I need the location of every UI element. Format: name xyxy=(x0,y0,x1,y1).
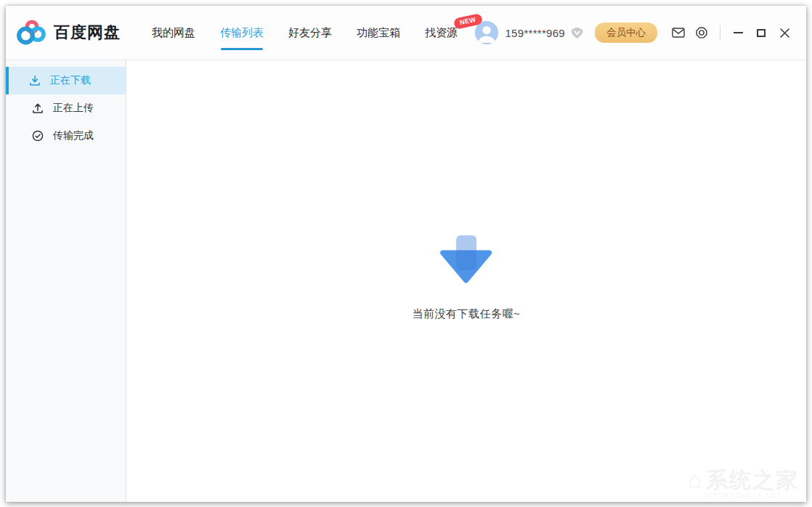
house-logo-icon: ⌂ xyxy=(688,466,703,492)
settings-gear-icon[interactable] xyxy=(695,26,708,39)
empty-download-icon xyxy=(439,233,494,288)
nav-label: 功能宝箱 xyxy=(357,26,400,40)
close-button[interactable] xyxy=(774,23,795,43)
watermark: ⌂系统之家 XITONGZHIJIA.NET xyxy=(688,468,799,499)
close-icon xyxy=(780,28,789,38)
mail-icon[interactable] xyxy=(672,28,685,38)
nav-my-drive[interactable]: 我的网盘 xyxy=(139,6,208,60)
nav-find-resources[interactable]: 找资源 NEW xyxy=(413,6,470,60)
sidebar-item-label: 传输完成 xyxy=(53,129,94,142)
nav-transfer-list[interactable]: 传输列表 xyxy=(208,6,276,60)
app-body: 正在下载 正在上传 xyxy=(6,60,806,502)
nav-label: 好友分享 xyxy=(288,26,332,40)
minimize-icon xyxy=(734,32,743,33)
sidebar-item-label: 正在上传 xyxy=(53,102,94,115)
vip-badge-icon[interactable] xyxy=(570,27,584,39)
maximize-button[interactable] xyxy=(751,23,771,43)
check-circle-icon xyxy=(32,130,44,142)
main-nav: 我的网盘 传输列表 好友分享 功能宝箱 找资源 NEW xyxy=(139,6,470,60)
brand: 百度网盘 xyxy=(6,18,121,47)
nav-label: 传输列表 xyxy=(220,26,264,40)
empty-message: 当前没有下载任务喔~ xyxy=(413,307,521,321)
nav-friend-share[interactable]: 好友分享 xyxy=(276,6,344,60)
minimize-button[interactable] xyxy=(728,23,748,43)
member-center-button[interactable]: 会员中心 xyxy=(595,23,657,43)
watermark-text: 系统之家 xyxy=(706,468,799,492)
nav-label: 找资源 xyxy=(425,26,458,40)
sidebar-item-uploading[interactable]: 正在上传 xyxy=(6,94,126,122)
sidebar: 正在下载 正在上传 xyxy=(6,60,126,502)
maximize-icon xyxy=(757,29,766,37)
account-area: 159*****969 会员中心 xyxy=(475,21,806,44)
watermark-subtext: XITONGZHIJIA.NET xyxy=(688,492,799,499)
app-title: 百度网盘 xyxy=(54,22,121,44)
main-content: 当前没有下载任务喔~ ⌂系统之家 XITONGZHIJIA.NET xyxy=(126,60,806,502)
username[interactable]: 159*****969 xyxy=(505,27,565,39)
nav-toolbox[interactable]: 功能宝箱 xyxy=(344,6,413,60)
baidu-netdisk-logo-icon xyxy=(15,18,47,47)
upload-icon xyxy=(32,102,44,114)
screen: 百度网盘 我的网盘 传输列表 好友分享 功能宝箱 找资源 NEW xyxy=(0,0,812,507)
sidebar-item-label: 正在下载 xyxy=(50,74,91,87)
sidebar-item-downloading[interactable]: 正在下载 xyxy=(6,67,126,94)
nav-label: 我的网盘 xyxy=(152,26,195,40)
app-window: 百度网盘 我的网盘 传输列表 好友分享 功能宝箱 找资源 NEW xyxy=(6,6,806,502)
empty-state: 当前没有下载任务喔~ xyxy=(413,233,521,321)
title-bar: 百度网盘 我的网盘 传输列表 好友分享 功能宝箱 找资源 NEW xyxy=(6,6,806,60)
toolbar-divider xyxy=(720,25,720,40)
download-icon xyxy=(29,75,41,86)
sidebar-item-completed[interactable]: 传输完成 xyxy=(6,122,126,150)
